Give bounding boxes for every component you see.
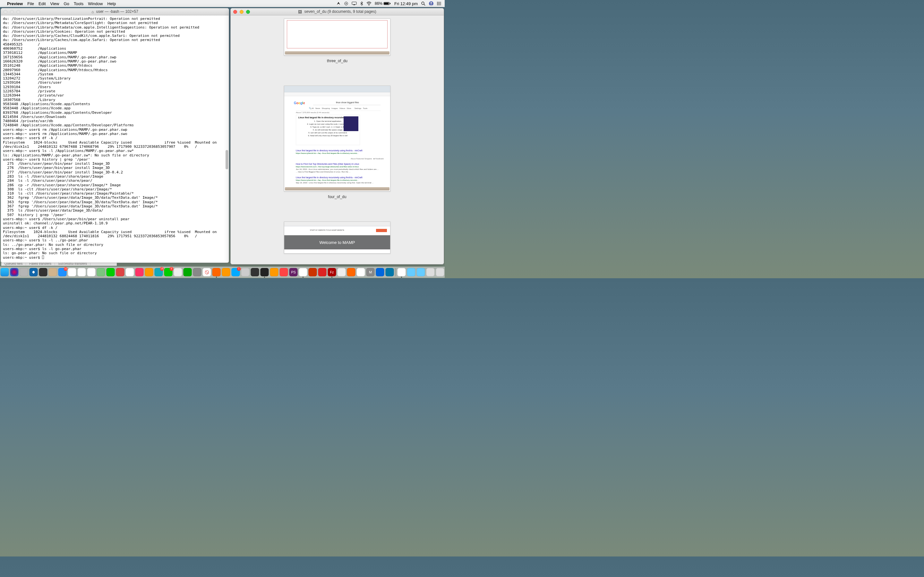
dock-appstore[interactable]: 18 [154,268,163,277]
terminal-scrollbar[interactable] [225,15,228,262]
dock-stack[interactable] [426,268,435,277]
menu-edit[interactable]: Edit [39,1,45,6]
dock-terminal[interactable] [260,268,269,277]
terminal-titlebar[interactable]: ⌂ user — -bash — 102×57 [1,8,229,15]
svg-point-13 [437,2,438,3]
menu-view[interactable]: View [50,1,59,6]
dock-phpstorm[interactable]: PS [289,268,298,277]
dock-placeholder1[interactable] [337,268,346,277]
svg-point-15 [437,5,438,5]
dock-teamviewer[interactable] [376,268,384,277]
active-app-name[interactable]: Preview [7,1,23,6]
dock-facetime[interactable] [106,268,115,277]
dock-calendar[interactable]: 6 [78,268,86,277]
battery-status[interactable]: 86% [375,1,391,6]
dock-no-entry[interactable]: 🚫 [202,268,212,277]
dock-maps[interactable] [97,268,105,277]
preview-doc-three-of-du[interactable]: three_of_du [284,19,391,63]
dock-firefox2[interactable] [347,268,356,277]
png-doc-icon: 🖼 [298,10,302,14]
user-icon[interactable] [429,1,434,6]
dock-avast[interactable] [270,268,279,277]
menu-tools[interactable]: Tools [74,1,83,6]
thumb-search-query: linux show biggest files [313,101,381,105]
svg-point-14 [437,3,438,4]
terminal-window[interactable]: ⌂ user — -bash — 102×57 du: /Users/user/… [1,8,229,263]
airplay-icon[interactable] [352,2,357,5]
terminal-title: ⌂ user — -bash — 102×57 [1,9,229,14]
dock-chrome[interactable] [299,268,308,277]
dock-idle[interactable] [357,268,365,277]
svg-point-2 [368,5,369,5]
dock-textedit[interactable] [174,268,183,277]
menubar: Preview File Edit View Go Tools Window H… [0,0,445,7]
malwarebytes-icon[interactable] [336,1,341,6]
dock-numbers[interactable] [183,268,192,277]
svg-line-7 [424,4,425,5]
notification-center-icon[interactable] [437,2,441,5]
dock-contacts[interactable] [48,268,57,277]
clock[interactable]: Fri 12:49 pm [394,1,418,6]
svg-point-6 [422,2,424,5]
dock-syspref[interactable] [193,268,202,277]
dock-dashboard[interactable] [39,268,48,277]
bluetooth-icon[interactable] [360,1,363,6]
preview-window[interactable]: 🖼 seven_of_du (9 documents, 9 total page… [230,8,444,264]
dock-separator [396,268,396,276]
svg-rect-1 [352,2,357,5]
dock-launchpad[interactable] [19,268,29,277]
dock-keychain[interactable] [241,268,250,277]
dock-vlc[interactable] [222,268,231,277]
dock-safari[interactable] [29,268,38,277]
dock-mail[interactable]: 16 [58,268,67,277]
dock-downloads[interactable] [407,268,416,277]
buy-mamp-pro-button [376,229,387,232]
dock-finder[interactable] [0,268,9,277]
svg-point-9 [431,2,432,4]
menu-help[interactable]: Help [107,1,116,6]
dock-opera[interactable] [318,268,327,277]
dock-notes[interactable] [87,268,96,277]
menu-file[interactable]: File [27,1,34,6]
dock-preview[interactable] [397,268,406,277]
terminal-scrollthumb[interactable] [226,150,228,169]
dock-reminders[interactable] [68,268,77,277]
dock-photobooth[interactable] [116,268,125,277]
dock-photos[interactable] [126,268,134,277]
battery-pct-label: 86% [375,1,383,6]
dock-messages[interactable]: 9 [164,268,173,277]
doc-label: three_of_du [284,59,391,63]
svg-rect-5 [390,3,391,4]
doc-label: four_of_du [284,195,391,199]
dock-mamp[interactable]: M [366,268,375,277]
dock-trash[interactable] [436,268,445,277]
menu-go[interactable]: Go [63,1,69,6]
dock-siri[interactable] [10,268,19,277]
mamp-welcome: Welcome to MAMP [284,235,390,250]
spotlight-icon[interactable] [421,1,425,6]
dock-handbrake[interactable] [309,268,317,277]
dock-firefox[interactable] [212,268,221,277]
preview-title: 🖼 seven_of_du (9 documents, 9 total page… [231,9,444,14]
dock-ibooks[interactable] [145,268,153,277]
dock-brave[interactable] [279,268,288,277]
dock-wireshark[interactable] [385,268,394,277]
preview-doc-four-of-du[interactable]: Google linux show biggest files 🔍 All Ne… [284,85,391,199]
dock-activitymon[interactable] [250,268,260,277]
dock-folder[interactable] [417,268,425,277]
dock-itunes[interactable] [135,268,144,277]
preview-doc-mamp[interactable]: START MY WEBSITE TOOLS MAMP WEBSITE Welc… [284,221,391,257]
dock-skype[interactable]: 1 [231,268,240,277]
dock[interactable]: 166189🚫1PSFzM [0,267,445,277]
wifi-icon[interactable] [367,2,372,5]
menu-window[interactable]: Window [88,1,103,6]
svg-rect-4 [384,3,389,5]
avast-status-icon[interactable] [344,1,349,6]
terminal-output[interactable]: du: /Users/user/Library/PersonalizationP… [1,15,229,263]
preview-contact-sheet[interactable]: three_of_du Google linux show biggest fi… [231,15,444,264]
preview-titlebar[interactable]: 🖼 seven_of_du (9 documents, 9 total page… [231,8,444,15]
home-folder-icon: ⌂ [91,10,94,14]
dock-filezilla[interactable]: Fz [328,268,336,277]
